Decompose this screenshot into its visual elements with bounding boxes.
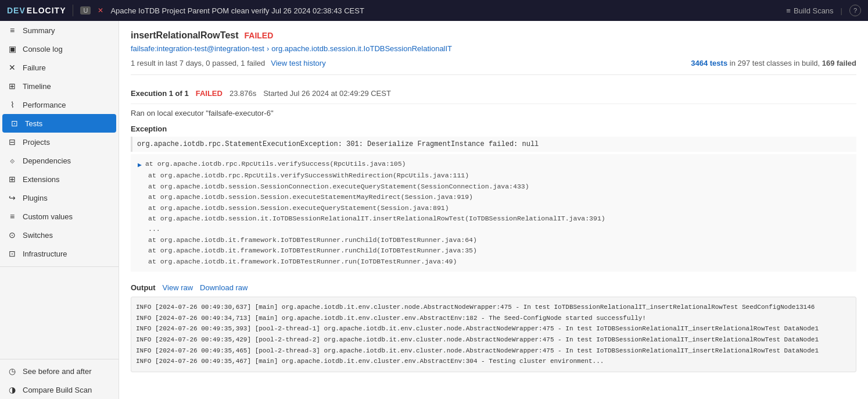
failure-icon: ✕	[7, 62, 17, 73]
timeline-icon: ⊞	[7, 81, 17, 91]
execution-label: Execution 1 of 1	[131, 89, 189, 98]
stack-line: at org.apache.iotdb.it.framework.IoTDBTe…	[138, 256, 849, 267]
layout: ≡Summary▣Console log✕Failure⊞Timeline⌇Pe…	[0, 21, 868, 399]
log-line: INFO [2024-07-26 00:49:35,465] [pool-2-t…	[136, 345, 851, 357]
sidebar-item-projects[interactable]: ⊟Projects	[0, 133, 119, 151]
sidebar-item-failure[interactable]: ✕Failure	[0, 58, 119, 77]
execution-status: FAILED	[196, 89, 223, 98]
sidebar-label-infrastructure: Infrastructure	[23, 250, 67, 258]
dependencies-icon: ⟐	[7, 155, 17, 166]
view-raw-link[interactable]: View raw	[163, 283, 193, 292]
test-name: insertRelationalRowTest	[131, 30, 239, 41]
log-line: INFO [2024-07-26 00:49:35,467] [main] or…	[136, 356, 851, 367]
close-icon: ✕	[98, 6, 103, 15]
topbar-separator: |	[841, 6, 842, 15]
log-line: INFO [2024-07-26 00:49:30,637] [main] or…	[136, 302, 851, 313]
custom-values-icon: ≡	[7, 211, 17, 222]
stack-line: at org.apache.iotdb.session.it.IoTDBSess…	[138, 213, 849, 224]
sidebar-item-performance[interactable]: ⌇Performance	[0, 95, 119, 114]
sidebar-item-timeline[interactable]: ⊞Timeline	[0, 77, 119, 95]
breadcrumb-part1[interactable]: failsafe:integration-test@integration-te…	[131, 44, 264, 53]
output-header: Output View raw Download raw	[131, 283, 856, 292]
output-label: Output	[131, 283, 156, 292]
logo: DEVELOCITY	[7, 6, 66, 15]
infrastructure-icon: ⊡	[7, 248, 17, 259]
log-line: INFO [2024-07-26 00:49:35,393] [pool-2-t…	[136, 323, 851, 334]
execution-started: Started Jul 26 2024 at 02:49:29 CEST	[263, 89, 391, 98]
breadcrumb-part2[interactable]: org.apache.iotdb.session.it.IoTDBSession…	[271, 44, 452, 53]
sidebar-item-compare-build-scan[interactable]: ◑Compare Build Scan	[0, 380, 119, 399]
execution-header: Execution 1 of 1 FAILED 23.876s Started …	[131, 83, 856, 104]
output-section: Output View raw Download raw INFO [2024-…	[131, 283, 856, 372]
log-line: INFO [2024-07-26 00:49:34,713] [main] or…	[136, 313, 851, 324]
stats-row: 1 result in last 7 days, 0 passed, 1 fai…	[131, 59, 856, 75]
stack-line: ▶at org.apache.iotdb.rpc.RpcUtils.verify…	[138, 159, 849, 170]
stack-line: at org.apache.iotdb.session.Session.exec…	[138, 203, 849, 213]
sidebar-item-custom-values[interactable]: ≡Custom values	[0, 207, 119, 226]
tests-count: 3464 tests	[691, 59, 727, 67]
build-scans-link[interactable]: ≡ Build Scans	[786, 6, 833, 15]
topbar: DEVELOCITY U ✕ Apache IoTDB Project Pare…	[0, 0, 868, 21]
sidebar-label-summary: Summary	[23, 26, 55, 35]
test-name-row: insertRelationalRowTest FAILED	[131, 30, 856, 41]
logo-dev: DEV	[7, 6, 26, 15]
sidebar-item-dependencies[interactable]: ⟐Dependencies	[0, 151, 119, 170]
test-status-badge: FAILED	[245, 31, 274, 40]
log-line: INFO [2024-07-26 00:49:35,429] [pool-2-t…	[136, 334, 851, 345]
execution-duration: 23.876s	[229, 89, 256, 98]
plugins-icon: ↪	[7, 193, 17, 203]
sidebar-label-extensions: Extensions	[23, 175, 60, 184]
stack-trace: ▶at org.apache.iotdb.rpc.RpcUtils.verify…	[131, 154, 856, 272]
sidebar-label-dependencies: Dependencies	[23, 156, 71, 165]
sidebar-label-switches: Switches	[23, 231, 53, 240]
help-icon[interactable]: ?	[849, 5, 861, 16]
stack-line: at org.apache.iotdb.session.Session.exec…	[138, 192, 849, 202]
breadcrumb-sep: ›	[267, 44, 269, 53]
sidebar-label-tests: Tests	[25, 119, 42, 128]
sidebar-label-performance: Performance	[23, 101, 66, 109]
sidebar-label-see-before-after: See before and after	[23, 367, 92, 376]
tests-icon: ⊡	[9, 118, 20, 129]
sidebar-item-plugins[interactable]: ↪Plugins	[0, 188, 119, 207]
stats-text: 1 result in last 7 days, 0 passed, 1 fai…	[131, 59, 265, 67]
stats-middle: in 297 test classes in build,	[727, 59, 822, 67]
sidebar-item-tests[interactable]: ⊡Tests	[2, 114, 116, 133]
u-badge: U	[80, 6, 91, 15]
sidebar-label-plugins: Plugins	[23, 194, 48, 202]
sidebar-item-extensions[interactable]: ⊞Extensions	[0, 170, 119, 188]
list-icon: ≡	[786, 6, 791, 15]
topbar-divider	[73, 5, 73, 16]
switches-icon: ⊙	[7, 230, 17, 240]
sidebar-bottom: ◷See before and after◑Compare Build Scan	[0, 359, 119, 399]
executor-label: Ran on local executor "failsafe-executor…	[131, 109, 856, 117]
sidebar-item-console-log[interactable]: ▣Console log	[0, 40, 119, 58]
sidebar-item-summary[interactable]: ≡Summary	[0, 21, 119, 40]
stack-line: at org.apache.iotdb.it.framework.IoTDBTe…	[138, 235, 849, 245]
compare-build-scan-icon: ◑	[7, 384, 17, 395]
sidebar-item-infrastructure[interactable]: ⊡Infrastructure	[0, 244, 119, 263]
sidebar-label-custom-values: Custom values	[23, 212, 73, 221]
sidebar-label-timeline: Timeline	[23, 82, 51, 91]
performance-icon: ⌇	[7, 99, 17, 110]
sidebar-item-switches[interactable]: ⊙Switches	[0, 226, 119, 244]
stats-right: 3464 tests in 297 test classes in build,…	[691, 59, 856, 67]
sidebar: ≡Summary▣Console log✕Failure⊞Timeline⌇Pe…	[0, 21, 119, 399]
sidebar-item-see-before-after[interactable]: ◷See before and after	[0, 362, 119, 380]
download-raw-link[interactable]: Download raw	[200, 283, 248, 292]
exception-header: Exception	[131, 124, 856, 133]
console-log-icon: ▣	[7, 44, 17, 54]
see-before-after-icon: ◷	[7, 366, 17, 376]
breadcrumb: failsafe:integration-test@integration-te…	[131, 44, 856, 53]
stack-line: at org.apache.iotdb.it.framework.IoTDBTe…	[138, 245, 849, 256]
build-scans-label: Build Scans	[794, 6, 834, 15]
stack-toggle[interactable]: ▶	[138, 160, 142, 170]
failed-count: 169 failed	[822, 59, 856, 67]
sidebar-label-console-log: Console log	[23, 45, 63, 54]
output-log: INFO [2024-07-26 00:49:30,637] [main] or…	[131, 297, 856, 372]
summary-icon: ≡	[7, 25, 17, 35]
view-test-history-link[interactable]: View test history	[271, 59, 325, 67]
main-content: insertRelationalRowTest FAILED failsafe:…	[119, 21, 868, 399]
stack-line: ...	[138, 224, 849, 234]
sidebar-label-projects: Projects	[23, 138, 50, 147]
topbar-title: Apache IoTDB Project Parent POM clean ve…	[110, 6, 779, 15]
